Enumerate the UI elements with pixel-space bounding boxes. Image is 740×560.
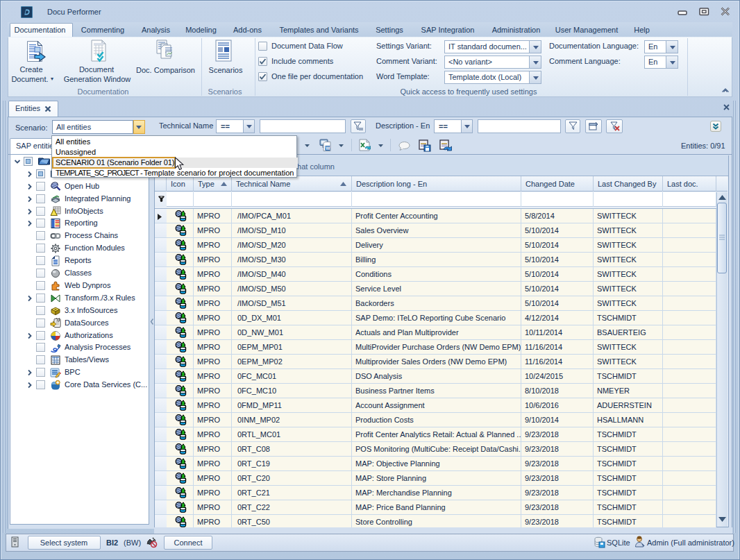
svg-text:W: W xyxy=(326,146,330,151)
